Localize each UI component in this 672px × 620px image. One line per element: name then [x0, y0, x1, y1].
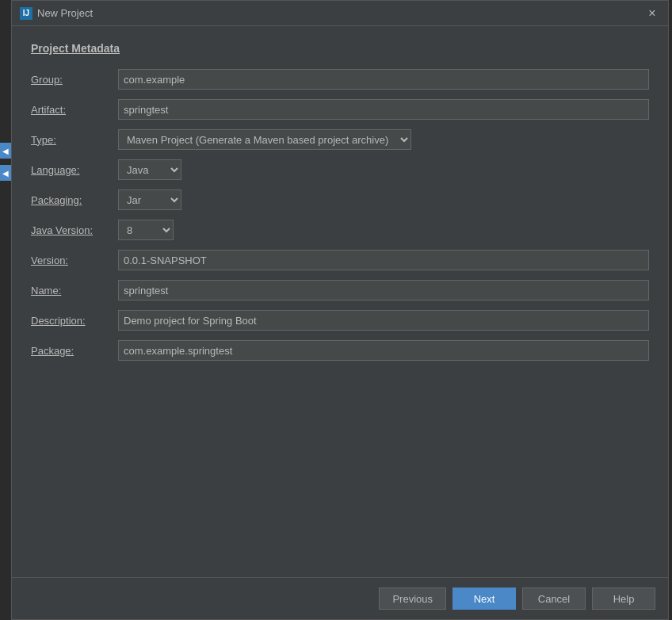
- artifact-input[interactable]: [118, 99, 649, 120]
- version-row: Version:: [31, 250, 649, 270]
- language-select[interactable]: Java Kotlin Groovy: [118, 159, 181, 180]
- section-title: Project Metadata: [31, 42, 649, 55]
- java-version-select[interactable]: 8 11 17 21: [118, 220, 174, 240]
- packaging-select[interactable]: Jar War: [118, 189, 181, 210]
- title-bar: IJ New Project ×: [12, 1, 668, 26]
- sidebar-arrow-down: ◀: [0, 165, 11, 181]
- dialog-content: Project Metadata Group: Artifact: Type:: [12, 26, 668, 577]
- dialog-footer: Previous Next Cancel Help: [12, 577, 668, 619]
- close-button[interactable]: ×: [644, 6, 660, 21]
- title-bar-left: IJ New Project: [20, 7, 93, 20]
- java-version-label: Java Version:: [31, 224, 118, 236]
- dialog-overlay: ◀ ◀ IJ New Project × Project Metadata Gr…: [0, 0, 672, 620]
- help-button[interactable]: Help: [592, 587, 655, 610]
- java-version-row: Java Version: 8 11 17 21: [31, 220, 649, 240]
- description-input[interactable]: [118, 310, 649, 331]
- name-input[interactable]: [118, 280, 649, 300]
- packaging-label: Packaging:: [31, 194, 118, 206]
- name-label: Name:: [31, 285, 118, 297]
- language-label: Language:: [31, 164, 118, 176]
- version-input[interactable]: [118, 250, 649, 270]
- language-row: Language: Java Kotlin Groovy: [31, 159, 649, 180]
- package-row: Package:: [31, 340, 649, 361]
- packaging-row: Packaging: Jar War: [31, 189, 649, 210]
- artifact-label: Artifact:: [31, 104, 118, 116]
- name-row: Name:: [31, 280, 649, 300]
- app-icon: IJ: [20, 7, 32, 20]
- sidebar-hints: ◀ ◀: [0, 143, 11, 181]
- description-row: Description:: [31, 310, 649, 331]
- version-label: Version:: [31, 255, 118, 266]
- type-row: Type: Maven Project (Generate a Maven ba…: [31, 129, 649, 150]
- group-row: Group:: [31, 69, 649, 90]
- previous-button[interactable]: Previous: [379, 587, 446, 610]
- cancel-button[interactable]: Cancel: [522, 587, 586, 610]
- type-label: Type:: [31, 134, 118, 146]
- group-label: Group:: [31, 74, 118, 86]
- artifact-row: Artifact:: [31, 99, 649, 120]
- dialog-title: New Project: [37, 7, 93, 19]
- sidebar-arrow-up: ◀: [0, 143, 11, 159]
- description-label: Description:: [31, 315, 118, 327]
- new-project-dialog: IJ New Project × Project Metadata Group:…: [11, 0, 669, 620]
- type-select[interactable]: Maven Project (Generate a Maven based pr…: [118, 129, 411, 150]
- next-button[interactable]: Next: [452, 587, 516, 610]
- package-input[interactable]: [118, 340, 649, 361]
- package-label: Package:: [31, 345, 118, 357]
- group-input[interactable]: [118, 69, 649, 90]
